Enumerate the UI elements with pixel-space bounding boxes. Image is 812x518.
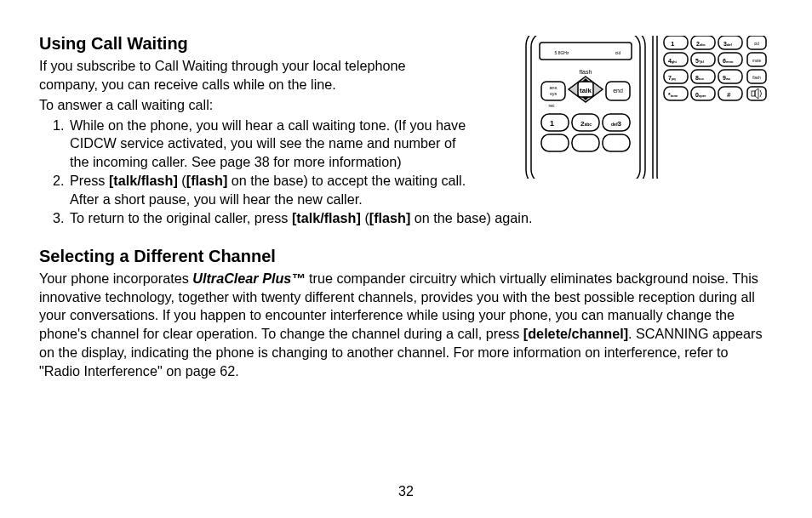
svg-rect-25	[603, 134, 630, 151]
svg-text:2abc: 2abc	[580, 120, 592, 128]
device-illustration: flash talk ans sys end 5.8GHz cid rec	[492, 36, 773, 179]
svg-text:4ghi: 4ghi	[668, 58, 677, 64]
svg-text:#: #	[727, 91, 731, 99]
svg-text:sys: sys	[550, 91, 558, 96]
svg-text:cid: cid	[615, 50, 621, 55]
svg-text:def3: def3	[611, 120, 622, 128]
phone-drawing: flash talk ans sys end 5.8GHz cid rec	[492, 36, 773, 179]
svg-text:0oper: 0oper	[695, 92, 706, 98]
svg-rect-58	[747, 87, 766, 100]
svg-text:8tuv: 8tuv	[695, 75, 705, 81]
svg-text:5*jkl: 5*jkl	[695, 58, 704, 64]
svg-rect-17	[541, 114, 569, 131]
svg-text:1: 1	[671, 40, 675, 48]
page-number: 32	[0, 482, 812, 501]
svg-text:3def: 3def	[723, 41, 733, 47]
channel-paragraph: Your phone incorporates UltraClear Plus™…	[39, 270, 773, 381]
svg-text:5.8GHz: 5.8GHz	[555, 50, 569, 55]
step-1: While on the phone, you will hear a call…	[68, 117, 495, 173]
svg-rect-23	[541, 134, 569, 151]
svg-rect-28	[664, 36, 688, 49]
svg-text:mute: mute	[752, 59, 762, 63]
svg-text:talk: talk	[580, 87, 592, 94]
svg-text:*tone: *tone	[668, 92, 678, 98]
svg-text:ans: ans	[550, 85, 558, 90]
step-3: To return to the original caller, press …	[68, 209, 773, 228]
svg-text:end: end	[613, 88, 623, 94]
svg-text:cid: cid	[754, 42, 759, 46]
svg-rect-1	[531, 36, 640, 179]
svg-text:9wx: 9wx	[723, 75, 731, 81]
svg-text:6mno: 6mno	[723, 58, 734, 64]
svg-text:flash: flash	[752, 76, 761, 80]
svg-text:flash: flash	[580, 69, 592, 75]
svg-rect-59	[752, 91, 755, 96]
svg-rect-0	[526, 36, 645, 179]
heading-channel: Selecting a Different Channel	[39, 245, 773, 268]
svg-text:2abc: 2abc	[696, 41, 706, 47]
svg-rect-24	[572, 134, 599, 151]
svg-text:7pq: 7pq	[668, 75, 676, 81]
call-waiting-intro: If you subscribe to Call Waiting through…	[39, 57, 465, 94]
svg-text:rec: rec	[549, 103, 555, 108]
svg-text:1: 1	[550, 119, 554, 128]
